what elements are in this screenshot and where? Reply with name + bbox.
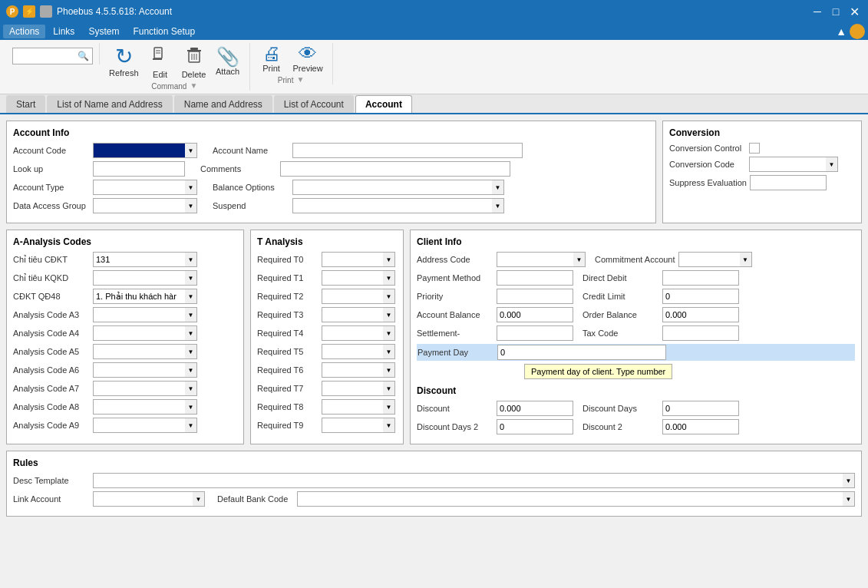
direct-debit-input[interactable] (662, 270, 739, 286)
balance-options-input[interactable]: O (292, 180, 492, 195)
refresh-button[interactable]: ↻ Refresh (106, 45, 142, 79)
a-analysis-2-input[interactable] (93, 289, 185, 304)
a-analysis-9-input[interactable] (93, 418, 185, 433)
discount-days-input[interactable] (662, 401, 739, 416)
conversion-code-input[interactable] (749, 157, 826, 172)
credit-limit-input[interactable] (662, 289, 739, 304)
a-analysis-8-input[interactable] (93, 399, 185, 415)
t-analysis-5-dropdown[interactable]: ▼ (383, 344, 395, 359)
a-analysis-4-dropdown[interactable]: ▼ (185, 325, 197, 341)
a-analysis-3-dropdown[interactable]: ▼ (185, 307, 197, 322)
t-analysis-6-input[interactable] (322, 362, 383, 378)
account-code-dropdown[interactable]: ▼ (185, 143, 197, 158)
tab-account[interactable]: Account (355, 95, 412, 113)
close-button[interactable]: ✕ (847, 4, 862, 19)
command-expand-icon[interactable]: ▼ (190, 81, 197, 90)
t-analysis-9-input[interactable] (322, 418, 383, 433)
t-analysis-7-dropdown[interactable]: ▼ (383, 381, 395, 396)
settlement-input[interactable] (497, 325, 573, 341)
tab-start[interactable]: Start (6, 95, 45, 113)
menu-links[interactable]: Links (47, 25, 81, 38)
account-balance-input[interactable] (497, 307, 573, 322)
account-name-input[interactable]: Phải Thu khách Hàng (292, 143, 523, 158)
a-analysis-1-dropdown[interactable]: ▼ (185, 270, 197, 286)
discount-input[interactable] (497, 401, 573, 416)
chevron-up-icon[interactable]: ▲ (836, 25, 847, 38)
comments-input[interactable] (280, 161, 510, 177)
t-analysis-2-input[interactable] (322, 289, 383, 304)
window-controls[interactable]: ─ □ ✕ (810, 4, 862, 19)
search-icon[interactable]: 🔍 (78, 51, 89, 61)
discount2-input[interactable] (662, 419, 739, 434)
a-analysis-3-input[interactable] (93, 307, 185, 322)
t-analysis-3-input[interactable] (322, 307, 383, 322)
restore-button[interactable]: □ (828, 4, 843, 19)
minimize-button[interactable]: ─ (810, 4, 825, 19)
balance-options-dropdown[interactable]: ▼ (492, 180, 504, 195)
t-analysis-5-input[interactable] (322, 344, 383, 359)
account-type-dropdown[interactable]: ▼ (185, 180, 197, 195)
menu-function-setup[interactable]: Function Setup (127, 25, 201, 38)
menu-actions[interactable]: Actions (3, 25, 45, 38)
link-account-input[interactable] (93, 491, 193, 507)
print-button[interactable]: 🖨 Print (256, 43, 287, 74)
suspend-input[interactable] (292, 198, 492, 213)
suppress-evaluation-input[interactable] (750, 175, 827, 190)
default-bank-code-input[interactable] (297, 491, 843, 507)
payment-day-input[interactable] (497, 345, 666, 360)
t-analysis-4-dropdown[interactable]: ▼ (383, 325, 395, 341)
attach-button[interactable]: 📎 Attach (213, 46, 243, 78)
priority-input[interactable] (497, 289, 573, 304)
a-analysis-0-input[interactable] (93, 252, 185, 267)
conversion-control-checkbox[interactable] (749, 143, 760, 154)
conversion-code-dropdown[interactable]: ▼ (826, 157, 838, 172)
edit-button[interactable]: Edit (145, 43, 176, 81)
desc-template-input[interactable] (93, 473, 843, 488)
a-analysis-0-dropdown[interactable]: ▼ (185, 252, 197, 267)
address-code-dropdown[interactable]: ▼ (573, 252, 586, 267)
tab-list-account[interactable]: List of Account (274, 95, 354, 113)
order-balance-input[interactable] (662, 307, 739, 322)
look-up-input[interactable]: P.TH (93, 161, 185, 177)
tax-code-input[interactable] (662, 325, 739, 341)
address-code-input[interactable] (497, 252, 573, 267)
print-expand-icon[interactable]: ▼ (296, 75, 304, 84)
a-analysis-8-dropdown[interactable]: ▼ (185, 399, 197, 415)
search-input[interactable] (16, 51, 78, 61)
t-analysis-0-input[interactable] (322, 252, 383, 267)
t-analysis-3-dropdown[interactable]: ▼ (383, 307, 395, 322)
search-box[interactable]: 🔍 (12, 48, 93, 64)
t-analysis-6-dropdown[interactable]: ▼ (383, 362, 395, 378)
tab-name-address[interactable]: Name and Address (174, 95, 272, 113)
t-analysis-2-dropdown[interactable]: ▼ (383, 289, 395, 304)
payment-method-input[interactable] (497, 270, 573, 286)
menu-system[interactable]: System (82, 25, 125, 38)
suspend-dropdown[interactable]: ▼ (492, 198, 504, 213)
a-analysis-9-dropdown[interactable]: ▼ (185, 418, 197, 433)
a-analysis-6-dropdown[interactable]: ▼ (185, 362, 197, 378)
account-code-input[interactable]: 1311 (93, 143, 185, 158)
a-analysis-5-input[interactable] (93, 344, 185, 359)
t-analysis-7-input[interactable] (322, 381, 383, 396)
t-analysis-8-input[interactable] (322, 399, 383, 415)
desc-template-dropdown[interactable]: ▼ (843, 473, 855, 488)
link-account-dropdown[interactable]: ▼ (193, 491, 205, 507)
data-access-input[interactable] (93, 198, 185, 213)
t-analysis-1-dropdown[interactable]: ▼ (383, 270, 395, 286)
preview-button[interactable]: 👁 Preview (290, 43, 326, 74)
commitment-account-input[interactable] (678, 252, 740, 267)
a-analysis-1-input[interactable] (93, 270, 185, 286)
a-analysis-7-input[interactable] (93, 381, 185, 396)
t-analysis-4-input[interactable] (322, 325, 383, 341)
a-analysis-4-input[interactable] (93, 325, 185, 341)
t-analysis-0-dropdown[interactable]: ▼ (383, 252, 395, 267)
default-bank-code-dropdown[interactable]: ▼ (843, 491, 855, 507)
discount-days2-input[interactable] (497, 419, 573, 434)
delete-button[interactable]: Delete (179, 43, 210, 81)
tab-list-name-address[interactable]: List of Name and Address (47, 95, 172, 113)
account-type-input[interactable]: Debtor (93, 180, 185, 195)
a-analysis-6-input[interactable] (93, 362, 185, 378)
a-analysis-2-dropdown[interactable]: ▼ (185, 289, 197, 304)
a-analysis-7-dropdown[interactable]: ▼ (185, 381, 197, 396)
t-analysis-9-dropdown[interactable]: ▼ (383, 418, 395, 433)
